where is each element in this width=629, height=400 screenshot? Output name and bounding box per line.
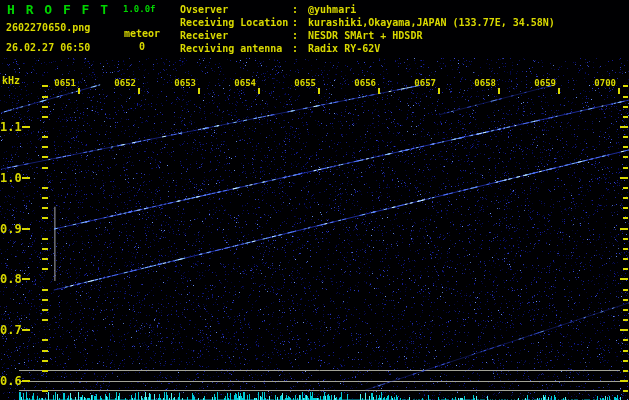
time-label-0652: 0652 [110, 78, 136, 88]
hrofft-window: H R O F F T 1.0.0f 2602270650.png meteor… [0, 0, 629, 400]
meteor-count: 0 [139, 41, 145, 52]
freq-unit-label: kHz [2, 75, 20, 86]
info-value: NESDR SMArt + HDSDR [308, 30, 422, 41]
freq-label-1.1: 1.1 [0, 120, 21, 134]
info-label: Ovserver [180, 3, 292, 16]
info-value: kurashiki,Okayama,JAPAN (133.77E, 34.58N… [308, 17, 555, 28]
time-label-0654: 0654 [230, 78, 256, 88]
info-label: Receiving Location [180, 16, 292, 29]
app-version: 1.0.0f [123, 4, 156, 14]
info-row-0: Ovserver:@yuhmari [180, 3, 555, 16]
time-label-0653: 0653 [170, 78, 196, 88]
time-label-0700: 0700 [590, 78, 616, 88]
info-colon: : [292, 17, 298, 28]
info-colon: : [292, 4, 298, 15]
time-label-0656: 0656 [350, 78, 376, 88]
info-row-2: Receiver:NESDR SMArt + HDSDR [180, 29, 555, 42]
time-label-0657: 0657 [410, 78, 436, 88]
freq-label-0.8: 0.8 [0, 272, 21, 286]
info-row-1: Receiving Location:kurashiki,Okayama,JAP… [180, 16, 555, 29]
spectrogram-canvas [0, 0, 629, 400]
time-label-0655: 0655 [290, 78, 316, 88]
freq-label-1.0: 1.0 [0, 171, 21, 185]
info-value: Radix RY-62V [308, 43, 380, 54]
mode-label: meteor [124, 28, 160, 39]
time-label-0659: 0659 [530, 78, 556, 88]
freq-label-0.9: 0.9 [0, 222, 21, 236]
freq-label-0.7: 0.7 [0, 323, 21, 337]
observer-info-block: Ovserver:@yuhmariReceiving Location:kura… [180, 3, 555, 55]
time-label-0651: 0651 [50, 78, 76, 88]
info-colon: : [292, 43, 298, 54]
output-filename: 2602270650.png [6, 22, 90, 33]
info-value: @yuhmari [308, 4, 356, 15]
info-label: Recviving antenna [180, 42, 292, 55]
freq-label-0.6: 0.6 [0, 374, 21, 388]
info-colon: : [292, 30, 298, 41]
time-label-0658: 0658 [470, 78, 496, 88]
info-label: Receiver [180, 29, 292, 42]
app-title: H R O F F T [7, 2, 110, 17]
datetime-label: 26.02.27 06:50 [6, 42, 90, 53]
info-row-3: Recviving antenna:Radix RY-62V [180, 42, 555, 55]
